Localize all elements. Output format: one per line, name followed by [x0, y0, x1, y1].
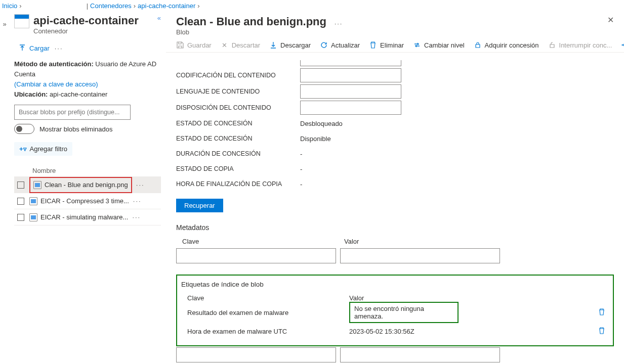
prop-content-language-input[interactable]	[300, 84, 401, 99]
blob-detail-panel: Clean - Blue and benign.png ··· Blob ✕ G…	[166, 11, 624, 364]
discard-button: ✕Descartar	[221, 41, 260, 49]
tag-row: Hora de examen de malware UTC 2023-05-02…	[179, 323, 609, 339]
container-subtitle: Contenedor	[33, 27, 139, 35]
container-panel: api-cache-container Contenedor « Cargar …	[9, 11, 166, 364]
more-actions-button[interactable]: ···	[55, 44, 63, 52]
breadcrumb: Inicio › | Contenedores › api-cache-cont…	[0, 0, 624, 11]
break-lease-button: Interrumpir conc...	[548, 41, 612, 49]
chevron-right-icon: ›	[19, 2, 21, 10]
save-button: Guardar	[176, 41, 212, 49]
expand-panel-icon[interactable]: »	[3, 20, 6, 28]
blob-detail-toolbar: Guardar ✕Descartar Descargar Actualizar …	[166, 36, 624, 53]
blob-row[interactable]: EICAR - Compressed 3 time... ···	[14, 193, 161, 209]
blob-index-tags-section: Etiquetas de índice de blob Clave Valor …	[176, 275, 614, 346]
blob-name: EICAR - Compressed 3 time...	[40, 197, 129, 205]
blob-name: Clean - Blue and benign.png	[45, 181, 128, 189]
blob-checkbox[interactable]	[17, 214, 24, 221]
prop-content-encoding-input[interactable]	[300, 68, 401, 82]
breadcrumb-container-name[interactable]: api-cache-container	[138, 2, 195, 10]
prop-content-language-label: LENGUAJE DE CONTENIDO	[176, 88, 300, 95]
location-label: Ubicación:	[14, 90, 48, 98]
refresh-icon	[320, 41, 328, 49]
tag-value: 2023-05-02 15:30:56Z	[349, 328, 459, 335]
delete-tag-icon[interactable]	[598, 327, 606, 336]
prop-lease-status-value: Disponible	[300, 135, 614, 143]
prop-copy-end-label: HORA DE FINALIZACIÓN DE COPIA	[176, 180, 300, 188]
delete-tag-icon[interactable]	[598, 308, 606, 317]
tag-key: Hora de examen de malware UTC	[187, 328, 349, 335]
prop-content-encoding-label: CODIFICACIÓN DEL CONTENIDO	[176, 72, 300, 79]
metadata-section-label: Metadatos	[176, 223, 614, 232]
plus-icon: +▿	[19, 145, 27, 153]
collapse-panel-icon[interactable]: «	[157, 14, 161, 22]
swap-icon	[413, 41, 421, 49]
upload-icon	[18, 44, 26, 52]
prop-lease-state-value: Desbloqueado	[300, 120, 614, 127]
blob-detail-title: Clean - Blue and benign.png	[176, 15, 326, 28]
close-icon: ✕	[221, 41, 229, 49]
tag-row: Resultado del examen de malware No se en…	[179, 302, 609, 323]
prop-content-disposition-input[interactable]	[300, 101, 401, 115]
change-tier-button[interactable]: Cambiar nivel	[413, 41, 464, 49]
send-icon	[621, 41, 624, 49]
blob-detail-subtitle: Blob	[176, 28, 614, 36]
download-button[interactable]: Descargar	[269, 41, 311, 49]
file-icon	[29, 213, 37, 221]
prop-content-md5-input[interactable]	[300, 60, 401, 66]
tag-key-input[interactable]	[176, 347, 336, 362]
search-blobs-input[interactable]	[14, 105, 131, 120]
location-value: api-cache-container	[50, 90, 107, 98]
chevron-right-icon: ›	[197, 2, 199, 10]
metadata-key-header: Clave	[182, 238, 344, 245]
show-deleted-label: Mostrar blobs eliminados	[39, 125, 113, 133]
metadata-value-input[interactable]	[340, 248, 500, 263]
prop-lease-state-label: ESTADO DE CONCESIÓN	[176, 120, 300, 127]
blob-name: EICAR - simulating malware...	[40, 213, 128, 221]
show-deleted-toggle[interactable]	[14, 124, 34, 134]
blob-more-button[interactable]: ···	[132, 181, 149, 189]
tag-value: No se encontró ninguna amenaza.	[349, 302, 459, 323]
delete-button[interactable]: Eliminar	[369, 41, 404, 49]
save-icon	[176, 41, 184, 49]
tags-value-header: Valor	[349, 294, 364, 302]
switch-access-key-link[interactable]: (Cambiar a clave de acceso)	[14, 80, 98, 88]
prop-lease-duration-label: DURACIÓN DE CONCESIÓN	[176, 150, 300, 157]
close-icon[interactable]: ✕	[607, 15, 614, 25]
prop-lease-status-label: ESTADO DE CONCESIÓN	[176, 135, 300, 142]
blob-row[interactable]: EICAR - simulating malware... ···	[14, 209, 161, 225]
trash-icon	[369, 41, 377, 49]
prop-copy-state-value: -	[300, 165, 614, 173]
auth-method-label: Método de autenticación:	[14, 60, 94, 68]
divider-icon: |	[87, 2, 88, 10]
tag-key: Resultado del examen de malware	[187, 309, 349, 316]
chevron-right-icon: ›	[134, 2, 136, 10]
blob-checkbox[interactable]	[17, 198, 24, 205]
download-icon	[269, 41, 277, 49]
blob-list-name-header: Nombre	[14, 164, 161, 177]
send-button[interactable]: Enviar ...	[621, 41, 624, 49]
unlock-icon	[548, 41, 556, 49]
breadcrumb-home[interactable]: Inicio	[2, 2, 17, 10]
prop-copy-state-label: ESTADO DE COPIA	[176, 165, 300, 172]
prop-copy-end-value: -	[300, 180, 614, 188]
blob-row[interactable]: Clean - Blue and benign.png ···	[14, 177, 161, 193]
blob-checkbox[interactable]	[17, 181, 24, 189]
blob-more-button[interactable]: ···	[128, 213, 145, 221]
lock-icon	[474, 41, 482, 49]
prop-content-disposition-label: DISPOSICIÓN DEL CONTENIDO	[176, 104, 300, 111]
acquire-lease-button[interactable]: Adquirir concesión	[474, 41, 539, 49]
metadata-key-input[interactable]	[176, 248, 336, 263]
blob-more-button[interactable]: ···	[129, 197, 146, 205]
prop-lease-duration-value: -	[300, 150, 614, 158]
recover-button[interactable]: Recuperar	[176, 199, 223, 212]
blob-index-tags-label: Etiquetas de índice de blob	[181, 281, 609, 288]
upload-button[interactable]: Cargar	[18, 44, 50, 52]
add-filter-button[interactable]: +▿ Agregar filtro	[14, 142, 72, 156]
breadcrumb-containers[interactable]: Contenedores	[90, 2, 132, 10]
tag-value-input[interactable]	[340, 347, 500, 362]
blob-detail-more-button[interactable]: ···	[335, 20, 343, 27]
refresh-button[interactable]: Actualizar	[320, 41, 360, 49]
file-icon	[29, 197, 37, 205]
file-icon	[33, 181, 41, 189]
container-title: api-cache-container	[33, 14, 139, 27]
